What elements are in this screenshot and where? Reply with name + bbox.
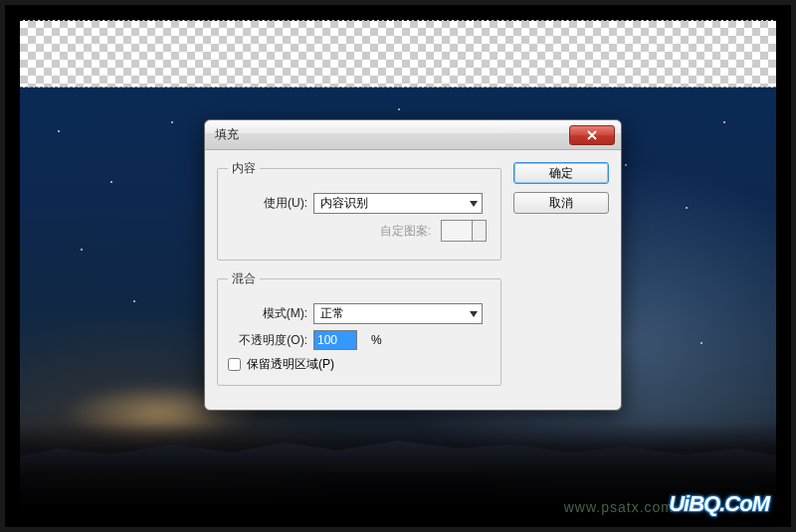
dialog-titlebar[interactable]: 填充 [205,120,621,150]
preserve-transparency-label: 保留透明区域(P) [247,356,334,373]
close-button[interactable] [569,125,615,145]
use-select[interactable]: 内容识别 [313,193,483,214]
content-legend: 内容 [228,160,260,177]
dialog-title: 填充 [215,126,569,143]
mode-label: 模式(M): [228,305,307,322]
close-icon [586,129,598,141]
dialog-body: 内容 使用(U): 内容识别 自定图案: [205,150,621,410]
dialog-left-column: 内容 使用(U): 内容识别 自定图案: [217,160,501,396]
custom-pattern-label: 自定图案: [380,223,431,240]
content-group: 内容 使用(U): 内容识别 自定图案: [217,160,501,261]
preserve-transparency-checkbox[interactable] [228,358,241,371]
cancel-button[interactable]: 取消 [513,192,609,214]
watermark-main: UiBQ.CoM [669,491,769,517]
use-label: 使用(U): [228,195,307,212]
pattern-picker-button [473,220,487,242]
mode-select-value: 正常 [320,305,344,322]
blend-legend: 混合 [228,270,260,287]
selection-border-top [20,20,776,21]
chevron-down-icon [470,201,478,207]
chevron-down-icon [470,311,478,317]
opacity-label: 不透明度(O): [228,332,307,349]
dialog-right-column: 确定 取消 [513,160,609,396]
watermark-faint: www.psatx.com [564,499,674,515]
selection-marquee [20,87,776,88]
fill-dialog: 填充 内容 使用(U): 内容识别 自定图案: [204,119,622,411]
pattern-swatch [441,220,473,242]
opacity-unit: % [371,333,382,347]
transparent-region [20,20,776,88]
mode-select[interactable]: 正常 [313,303,483,324]
app-stage: www.psatx.com UiBQ.CoM 填充 内容 使用(U): 内容识别 [0,0,796,532]
opacity-input[interactable]: 100 [313,330,357,350]
use-select-value: 内容识别 [320,195,368,212]
ok-button[interactable]: 确定 [513,162,609,184]
blend-group: 混合 模式(M): 正常 不透明度(O): 100 % [217,270,501,386]
